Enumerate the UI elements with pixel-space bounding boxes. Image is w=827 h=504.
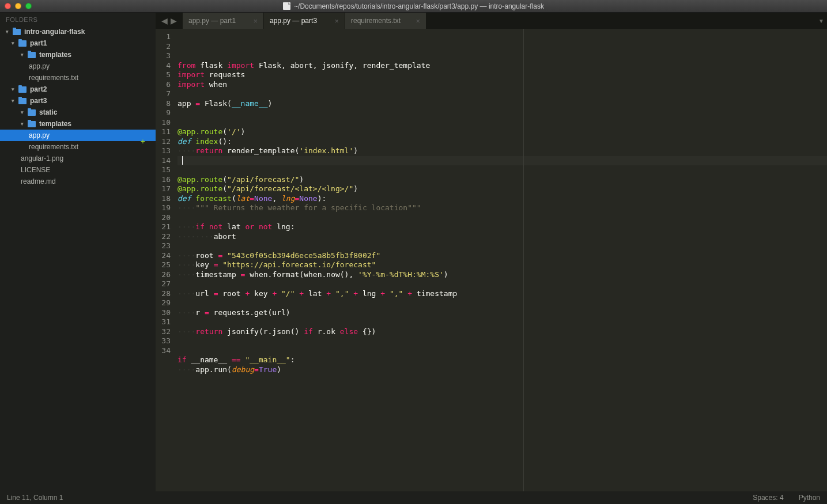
- sidebar: FOLDERS ▾intro-angular-flask▾part1▾templ…: [0, 13, 156, 491]
- editor-tab[interactable]: requirements.txt×: [345, 13, 426, 29]
- code-line[interactable]: ····return jsonify(r.json() if r.ok else…: [178, 327, 827, 337]
- code-line[interactable]: if __name__ == "__main__":: [178, 355, 827, 365]
- line-number: 33: [156, 336, 171, 346]
- code-line[interactable]: [178, 336, 827, 346]
- line-number: 8: [156, 99, 171, 109]
- code-content[interactable]: from flask import Flask, abort, jsonify,…: [175, 29, 827, 491]
- folder-item[interactable]: ▾part3: [0, 95, 156, 107]
- tree-item-label: requirements.txt: [29, 143, 78, 151]
- minimize-window-button[interactable]: [15, 3, 21, 9]
- code-line[interactable]: [178, 374, 827, 384]
- line-number: 4: [156, 61, 171, 71]
- line-number: 10: [156, 118, 171, 128]
- code-line[interactable]: @app.route("/api/forecast/"): [178, 175, 827, 185]
- code-line[interactable]: ····r = requests.get(url): [178, 308, 827, 318]
- code-line[interactable]: def forecast(lat=None, lng=None):: [178, 194, 827, 204]
- tab-label: app.py — part1: [188, 17, 236, 25]
- line-number: +12: [156, 137, 171, 147]
- folder-item[interactable]: ▾templates: [0, 49, 156, 60]
- code-line[interactable]: @app.route("/api/forecast/<lat>/<lng>/"): [178, 184, 827, 194]
- line-number: 13: [156, 146, 171, 156]
- line-number: 29: [156, 298, 171, 308]
- code-line[interactable]: ····key = "https://api.forecast.io/forec…: [178, 260, 827, 270]
- folder-item[interactable]: ▾part1: [0, 37, 156, 49]
- tab-close-icon[interactable]: ×: [328, 17, 339, 25]
- code-line[interactable]: @app.route('/'): [178, 127, 827, 137]
- code-line[interactable]: [178, 279, 827, 289]
- status-language[interactable]: Python: [799, 494, 820, 502]
- code-line[interactable]: def index():: [178, 137, 827, 147]
- line-number: 28: [156, 289, 171, 299]
- code-line[interactable]: ····root = "543c0f05cb394d6ece5a8b5fb3f8…: [178, 251, 827, 261]
- editor-tab[interactable]: app.py — part1×: [183, 13, 263, 29]
- folder-item[interactable]: ▾part2: [0, 84, 156, 95]
- sidebar-header: FOLDERS: [0, 13, 156, 26]
- expand-arrow-icon: ▾: [12, 98, 17, 104]
- file-item[interactable]: requirements.txt: [0, 72, 156, 84]
- expand-arrow-icon: ▾: [6, 29, 12, 35]
- line-number: 11: [156, 127, 171, 137]
- code-line[interactable]: ····timestamp = when.format(when.now(), …: [178, 270, 827, 280]
- folder-icon: [28, 52, 36, 58]
- file-item[interactable]: LICENSE: [0, 164, 156, 176]
- file-item[interactable]: readme.md: [0, 176, 156, 187]
- tab-label: requirements.txt: [351, 17, 401, 25]
- code-line[interactable]: [178, 118, 827, 128]
- code-line[interactable]: [178, 346, 827, 356]
- code-line[interactable]: ····if not lat or not lng:: [178, 222, 827, 232]
- code-line[interactable]: [178, 156, 827, 166]
- code-line[interactable]: ····url = root + key + "/" + lat + "," +…: [178, 289, 827, 299]
- code-line[interactable]: [178, 317, 827, 327]
- file-item[interactable]: app.py: [0, 130, 156, 141]
- close-window-button[interactable]: [5, 3, 11, 9]
- tree-item-label: templates: [39, 120, 71, 128]
- folder-item[interactable]: ▾static: [0, 107, 156, 118]
- code-line[interactable]: ····""" Returns the weather for a specif…: [178, 203, 827, 213]
- line-number: 20: [156, 213, 171, 223]
- folder-item[interactable]: ▾templates: [0, 118, 156, 130]
- line-number: 18: [156, 194, 171, 204]
- status-indent-setting[interactable]: Spaces: 4: [753, 494, 783, 502]
- editor-tab[interactable]: app.py — part3×: [264, 13, 345, 29]
- code-line[interactable]: ····return render_template('index.html'): [178, 146, 827, 156]
- line-number: 22: [156, 232, 171, 242]
- tab-close-icon[interactable]: ×: [410, 17, 420, 25]
- tree-item-label: templates: [39, 51, 71, 59]
- status-cursor-position[interactable]: Line 11, Column 1: [7, 494, 63, 502]
- titlebar: ~/Documents/repos/tutorials/intro-angula…: [0, 0, 827, 13]
- tab-nav-forward-icon[interactable]: ▶: [169, 16, 178, 25]
- code-editor[interactable]: 1234567891011+12131415161718192021222324…: [156, 29, 827, 491]
- line-number: 9: [156, 108, 171, 118]
- code-line[interactable]: ····app.run(debug=True): [178, 365, 827, 375]
- maximize-window-button[interactable]: [25, 3, 32, 9]
- tree-item-label: part1: [30, 39, 47, 47]
- code-line[interactable]: [178, 108, 827, 118]
- folder-item[interactable]: ▾intro-angular-flask: [0, 26, 156, 37]
- file-icon: [283, 2, 290, 10]
- file-item[interactable]: requirements.txt: [0, 141, 156, 153]
- line-number: 15: [156, 165, 171, 175]
- file-item[interactable]: app.py: [0, 60, 156, 72]
- tree-item-label: part2: [30, 85, 47, 93]
- tab-close-icon[interactable]: ×: [247, 17, 258, 25]
- file-tree: ▾intro-angular-flask▾part1▾templatesapp.…: [0, 26, 156, 187]
- tab-bar: ◀ ▶ app.py — part1×app.py — part3×requir…: [156, 13, 827, 29]
- code-line[interactable]: import requests: [178, 70, 827, 80]
- file-item[interactable]: angular-1.png: [0, 153, 156, 164]
- line-number: 16: [156, 175, 171, 185]
- code-line[interactable]: [178, 213, 827, 223]
- code-line[interactable]: [178, 89, 827, 99]
- expand-arrow-icon: ▾: [21, 52, 27, 58]
- code-line[interactable]: from flask import Flask, abort, jsonify,…: [178, 61, 827, 71]
- code-line[interactable]: [178, 165, 827, 175]
- code-line[interactable]: import when: [178, 80, 827, 90]
- line-number: 31: [156, 317, 171, 327]
- tab-nav-back-icon[interactable]: ◀: [160, 16, 169, 25]
- tab-overflow-icon[interactable]: ▼: [815, 13, 827, 29]
- code-line[interactable]: [178, 298, 827, 308]
- code-line[interactable]: app = Flask(__name__): [178, 99, 827, 109]
- code-line[interactable]: [178, 241, 827, 251]
- code-line[interactable]: ········abort: [178, 232, 827, 242]
- line-number: 34: [156, 346, 171, 356]
- line-number: 7: [156, 89, 171, 99]
